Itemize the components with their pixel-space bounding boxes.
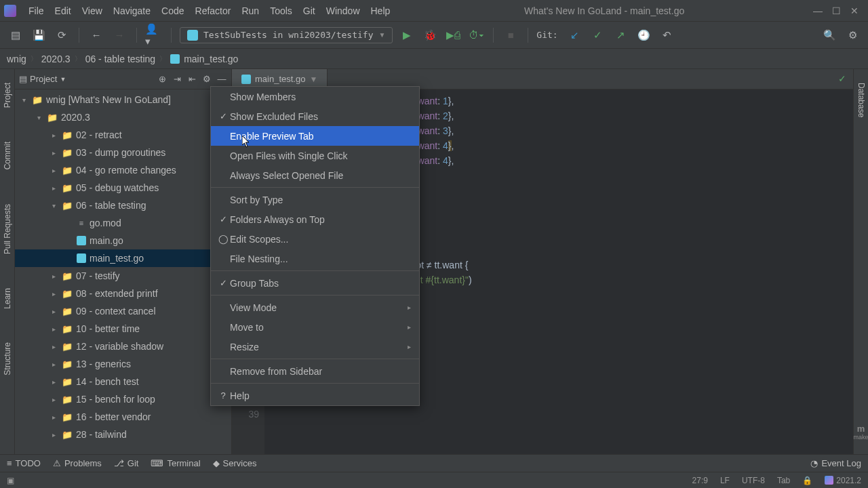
caret-position[interactable]: 27:9 [692, 476, 708, 485]
tree-row[interactable]: ▸📁05 - debug watches [15, 179, 231, 197]
tree-row[interactable]: ▸📁07 - testify [15, 267, 231, 285]
tool-window-commit[interactable]: Commit [3, 142, 12, 169]
readonly-lock-icon[interactable]: 🔒 [802, 476, 812, 485]
tool-window-make[interactable]: mmake [854, 424, 869, 441]
popup-item[interactable]: ✓Group Tabs [211, 273, 419, 293]
popup-item[interactable]: File Nesting... [211, 249, 419, 268]
close-tab-icon[interactable]: ▼ [309, 75, 317, 84]
menu-refactor[interactable]: Refactor [190, 3, 237, 19]
tool-window-learn[interactable]: Learn [3, 288, 12, 309]
settings-icon[interactable]: ⚙ [844, 26, 861, 44]
tree-row[interactable]: ▸📁10 - better time [15, 320, 231, 338]
tree-row[interactable]: ▸📁28 - tailwind [15, 426, 231, 443]
indent-info[interactable]: Tab [777, 476, 790, 485]
tree-row[interactable]: main_test.go [15, 249, 231, 267]
close-icon[interactable]: ✕ [850, 5, 859, 16]
git-history-icon[interactable]: 🕘 [635, 26, 653, 44]
tree-row[interactable]: ▸📁03 - dump goroutines [15, 144, 231, 161]
tree-row[interactable]: ≡go.mod [15, 214, 231, 232]
user-icon[interactable]: 👤▾ [145, 26, 163, 44]
tool-window-structure[interactable]: Structure [3, 342, 12, 375]
tree-row[interactable]: ▾📁2020.3 [15, 108, 231, 126]
menu-code[interactable]: Code [156, 3, 189, 19]
tree-row[interactable]: ▸📁12 - variable shadow [15, 338, 231, 355]
popup-item[interactable]: Open Files with Single Click [211, 146, 419, 165]
git-commit-icon[interactable]: ✓ [589, 26, 607, 44]
popup-item[interactable]: Enable Preview Tab [211, 126, 419, 146]
tool-git[interactable]: ⎇Git [114, 458, 139, 468]
breadcrumb[interactable]: wnig [7, 54, 26, 64]
breadcrumb[interactable]: main_test.go [184, 54, 238, 64]
popup-item[interactable]: ✓Show Excluded Files [211, 106, 419, 126]
search-icon[interactable]: 🔍 [821, 26, 838, 44]
run-icon[interactable]: ▶ [398, 26, 416, 44]
tree-row[interactable]: ▾📁wnig [What's New In GoLand] [15, 91, 231, 108]
menu-file[interactable]: File [23, 3, 50, 19]
git-rollback-icon[interactable]: ↶ [658, 26, 676, 44]
breadcrumb[interactable]: 2020.3 [41, 54, 71, 64]
save-icon[interactable]: 💾 [30, 26, 47, 44]
debug-icon[interactable]: 🐞 [421, 26, 439, 44]
menu-help[interactable]: Help [366, 3, 396, 19]
expand-all-icon[interactable]: ⇥ [172, 74, 182, 85]
popup-item[interactable]: Always Select Opened File [211, 165, 419, 185]
tool-problems[interactable]: ⚠Problems [53, 458, 102, 468]
tool-window-database[interactable]: Database [856, 83, 866, 117]
gear-icon[interactable]: ⚙ [201, 74, 212, 85]
open-icon[interactable]: ▤ [7, 26, 24, 44]
tree-row[interactable]: ▸📁08 - extended printf [15, 285, 231, 302]
ide-version[interactable]: 2021.2 [825, 476, 861, 485]
hide-icon[interactable]: — [216, 74, 227, 85]
popup-item[interactable]: Resize▸ [211, 337, 419, 357]
run-config-selector[interactable]: TestSubTests in wni20203/testify ▼ [180, 27, 393, 43]
menu-navigate[interactable]: Navigate [108, 3, 156, 19]
popup-item[interactable]: Remove from Sidebar [211, 361, 419, 381]
popup-item[interactable]: Move to▸ [211, 317, 419, 337]
tree-row[interactable]: ▸📁04 - go remote changes [15, 161, 231, 179]
breadcrumb[interactable]: 06 - table testing [85, 54, 156, 64]
menu-window[interactable]: Window [321, 3, 366, 19]
popup-item[interactable]: ◯Edit Scopes... [211, 229, 419, 249]
menu-view[interactable]: View [77, 3, 108, 19]
popup-item[interactable]: Sort by Type [211, 190, 419, 209]
popup-item[interactable]: ?Help [211, 386, 419, 405]
menu-tools[interactable]: Tools [264, 3, 298, 19]
tree-row[interactable]: ▸📁13 - generics [15, 355, 231, 373]
file-encoding[interactable]: UTF-8 [742, 476, 765, 485]
project-tree[interactable]: ▾📁wnig [What's New In GoLand]▾📁2020.3▸📁0… [15, 89, 231, 454]
popup-item[interactable]: Show Members [211, 87, 419, 106]
menu-run[interactable]: Run [236, 3, 264, 19]
locate-icon[interactable]: ⊕ [157, 74, 167, 85]
tool-terminal[interactable]: ⌨Terminal [151, 458, 200, 468]
tree-row[interactable]: ▾📁06 - table testing [15, 197, 231, 214]
collapse-all-icon[interactable]: ⇤ [186, 74, 197, 85]
tool-window-pull-requests[interactable]: Pull Requests [3, 204, 12, 254]
tree-row[interactable]: ▸📁02 - retract [15, 126, 231, 144]
profile-icon[interactable]: ⏱▾ [467, 26, 485, 44]
popup-item[interactable]: View Mode▸ [211, 298, 419, 317]
coverage-icon[interactable]: ▶⎙ [444, 26, 462, 44]
tool-window-project[interactable]: Project [3, 83, 12, 108]
tree-row[interactable]: ▸📁15 - bench for loop [15, 390, 231, 408]
tree-row[interactable]: ▸📁14 - bench test [15, 373, 231, 390]
tree-row[interactable]: ▸📁16 - better vendor [15, 408, 231, 426]
menu-git[interactable]: Git [298, 3, 321, 19]
back-icon[interactable]: ← [87, 26, 105, 44]
menu-edit[interactable]: Edit [50, 3, 77, 19]
stop-icon[interactable]: ■ [502, 26, 519, 44]
tool-todo[interactable]: ≡TODO [7, 458, 41, 468]
inspection-ok-icon[interactable]: ✓ [838, 73, 846, 84]
maximize-icon[interactable]: ☐ [832, 5, 841, 16]
tool-services[interactable]: ◆Services [213, 458, 257, 468]
event-log[interactable]: ◔Event Log [810, 458, 861, 468]
git-pull-icon[interactable]: ↙ [566, 26, 584, 44]
line-separator[interactable]: LF [720, 476, 730, 485]
popup-item[interactable]: ✓Folders Always on Top [211, 209, 419, 229]
tree-row[interactable]: main.go [15, 232, 231, 249]
sync-icon[interactable]: ⟳ [53, 26, 71, 44]
project-view-selector[interactable]: ▤ Project ▼ [19, 74, 66, 84]
tree-row[interactable]: ▸📁09 - context cancel [15, 302, 231, 320]
minimize-icon[interactable]: — [813, 5, 823, 16]
git-push-icon[interactable]: ↗ [612, 26, 630, 44]
tool-windows-icon[interactable]: ▣ [7, 476, 14, 485]
